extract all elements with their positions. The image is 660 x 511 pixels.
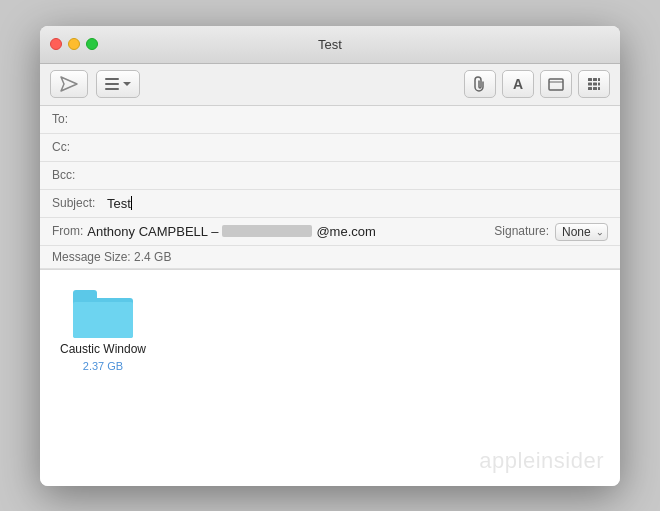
from-address: Anthony CAMPBELL – @me.com [87,224,375,239]
keypad-button[interactable] [578,70,610,98]
maximize-button[interactable] [86,38,98,50]
from-label: From: [52,224,83,238]
close-button[interactable] [50,38,62,50]
svg-rect-15 [598,87,600,90]
subject-field-row: Subject: Test [40,190,620,218]
svg-rect-14 [598,83,600,86]
svg-rect-13 [598,78,600,81]
message-size-text: Message Size: 2.4 GB [52,250,171,264]
svg-rect-10 [593,83,597,86]
from-field-row: From: Anthony CAMPBELL – @me.com Signatu… [40,218,620,246]
titlebar: Test [40,26,620,64]
chevron-down-icon [123,79,131,89]
attachment-item[interactable]: Caustic Window 2.37 GB [56,286,150,376]
mail-window: Test A [40,26,620,486]
send-button[interactable] [50,70,88,98]
subject-input[interactable]: Test [107,196,608,211]
browser-icon [548,78,564,91]
subject-text: Test [107,196,131,211]
window-title: Test [318,37,342,52]
svg-rect-2 [105,83,119,85]
mail-body[interactable]: Caustic Window 2.37 GB appleinsider [40,270,620,486]
attachment-name: Caustic Window [60,342,146,356]
cc-field-row: Cc: [40,134,620,162]
bcc-input[interactable] [107,168,608,183]
font-button[interactable]: A [502,70,534,98]
traffic-lights [50,38,98,50]
svg-rect-1 [105,78,119,80]
signature-label: Signature: [494,224,549,238]
header-fields: To: Cc: Bcc: Subject: Test From: Anthony… [40,106,620,270]
browser-button[interactable] [540,70,572,98]
message-size-row: Message Size: 2.4 GB [40,246,620,269]
bcc-label: Bcc: [52,168,107,182]
signature-select[interactable]: None [555,223,608,241]
cc-input[interactable] [107,140,608,155]
svg-rect-8 [593,78,597,81]
attachment-size: 2.37 GB [83,360,123,372]
email-redacted [222,225,312,237]
list-button[interactable] [96,70,140,98]
to-input[interactable] [107,112,608,127]
bcc-field-row: Bcc: [40,162,620,190]
to-field-row: To: [40,106,620,134]
svg-rect-12 [593,87,597,90]
from-name: Anthony CAMPBELL – [87,224,218,239]
svg-rect-5 [549,79,563,90]
signature-select-wrapper: None [555,222,608,241]
svg-marker-4 [123,82,131,86]
list-icon [105,77,121,91]
subject-label: Subject: [52,196,107,210]
to-label: To: [52,112,107,126]
attachment-button[interactable] [464,70,496,98]
watermark: appleinsider [479,448,604,474]
toolbar-right: A [464,70,610,98]
cc-label: Cc: [52,140,107,154]
svg-rect-11 [588,87,592,90]
svg-rect-9 [588,83,592,86]
text-cursor [131,196,132,210]
svg-rect-7 [588,78,592,81]
svg-marker-0 [61,77,77,91]
paperclip-icon [473,76,487,92]
from-domain: @me.com [316,224,375,239]
keypad-icon [587,77,601,91]
folder-front [73,302,133,338]
minimize-button[interactable] [68,38,80,50]
font-icon: A [513,76,523,92]
svg-rect-3 [105,88,119,90]
send-icon [60,76,78,92]
folder-icon [73,290,133,338]
toolbar: A [40,64,620,106]
signature-section: Signature: None [494,222,608,241]
